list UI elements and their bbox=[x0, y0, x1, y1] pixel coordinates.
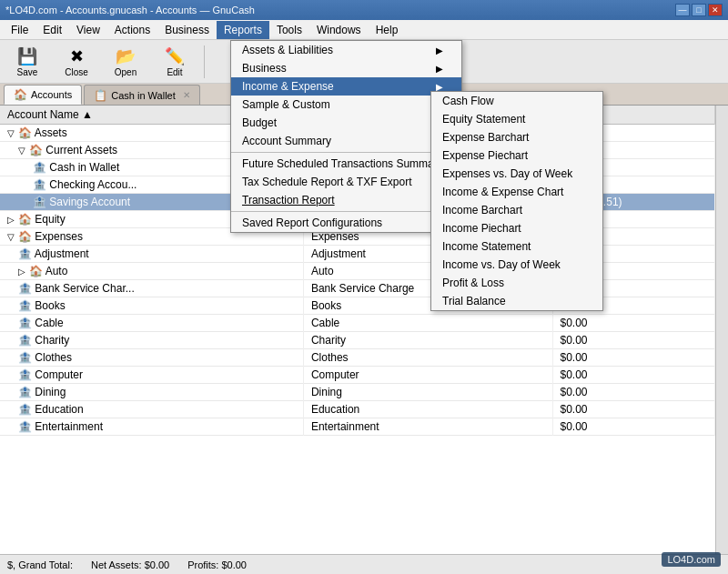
close-button[interactable]: ✖ Close bbox=[55, 44, 98, 80]
account-total: $0.00 bbox=[552, 384, 715, 401]
table-row[interactable]: 🏦 Computer Computer $0.00 bbox=[0, 367, 715, 384]
menu-windows[interactable]: Windows bbox=[309, 21, 369, 39]
scrollbar[interactable] bbox=[715, 106, 728, 554]
toolbar-separator bbox=[204, 45, 205, 78]
account-name: 🏦 Charity bbox=[0, 332, 303, 349]
accounts-tab-icon: 🏠 bbox=[14, 88, 27, 101]
menu-item-saved-reports[interactable]: Saved Report Configurations bbox=[231, 214, 461, 232]
account-name: 🏦 Dining bbox=[0, 384, 303, 401]
table-row[interactable]: 🏦 Cable Cable $0.00 bbox=[0, 315, 715, 332]
table-row[interactable]: 🏦 Books Books $0.00 bbox=[0, 297, 715, 315]
submenu-income-barchart[interactable]: Income Barchart bbox=[431, 201, 602, 219]
menu-item-assets-liabilities[interactable]: Assets & Liabilities▶ bbox=[231, 41, 461, 59]
submenu-trial-balance[interactable]: Trial Balance bbox=[431, 292, 602, 310]
close-label: Close bbox=[65, 67, 88, 77]
menu-edit[interactable]: Edit bbox=[35, 21, 69, 39]
title-text: *LO4D.com - Accounts.gnucash - Accounts … bbox=[5, 5, 675, 15]
income-expense-submenu[interactable]: Cash Flow Equity Statement Expense Barch… bbox=[430, 91, 603, 311]
menu-item-sample-custom[interactable]: Sample & Custom▶ bbox=[231, 96, 461, 114]
account-name: ▷🏠 Auto bbox=[0, 263, 303, 280]
submenu-income-statement[interactable]: Income Statement bbox=[431, 237, 602, 256]
grand-total-label: $, Grand Total: bbox=[7, 559, 73, 570]
account-name: 🏦 Entertainment bbox=[0, 418, 303, 436]
edit-label: Edit bbox=[167, 67, 182, 77]
titlebar: *LO4D.com - Accounts.gnucash - Accounts … bbox=[0, 0, 728, 20]
tab-accounts[interactable]: 🏠 Accounts bbox=[4, 85, 82, 105]
save-label: Save bbox=[17, 67, 38, 77]
account-desc: Clothes bbox=[303, 349, 552, 367]
account-total: $0.00 bbox=[552, 315, 715, 332]
account-desc: Charity bbox=[303, 332, 552, 349]
menu-item-transaction-report[interactable]: Transaction Report bbox=[231, 191, 461, 209]
table-row[interactable]: 🏦 Clothes Clothes $0.00 bbox=[0, 349, 715, 367]
reports-menu[interactable]: Assets & Liabilities▶ Business▶ Income &… bbox=[230, 40, 462, 233]
table-row[interactable]: 🏦 Education Education $0.00 bbox=[0, 401, 715, 418]
profits-label: Profits: $0.00 bbox=[187, 559, 247, 570]
menu-file[interactable]: File bbox=[4, 21, 35, 39]
menu-tools[interactable]: Tools bbox=[269, 21, 309, 39]
save-icon: 💾 bbox=[16, 46, 38, 67]
menu-separator bbox=[231, 152, 461, 153]
menu-item-tax-schedule[interactable]: Tax Schedule Report & TXF Export bbox=[231, 173, 461, 191]
account-desc: Computer bbox=[303, 367, 552, 384]
menu-business[interactable]: Business bbox=[157, 21, 217, 39]
table-row[interactable]: 🏦 Charity Charity $0.00 bbox=[0, 332, 715, 349]
open-icon: 📂 bbox=[115, 46, 136, 67]
edit-icon: ✏️ bbox=[164, 46, 186, 67]
cash-tab-label: Cash in Wallet bbox=[111, 90, 176, 101]
account-name: 🏦 Adjustment bbox=[0, 246, 303, 263]
menu-item-future-scheduled[interactable]: Future Scheduled Transactions Summary bbox=[231, 155, 461, 173]
tab-cash-in-wallet[interactable]: 📋 Cash in Wallet ✕ bbox=[84, 85, 200, 105]
account-total: $0.00 bbox=[552, 349, 715, 367]
table-row[interactable]: 🏦 Dining Dining $0.00 bbox=[0, 384, 715, 401]
statusbar: $, Grand Total: Net Assets: $0.00 Profit… bbox=[0, 554, 728, 574]
menu-view[interactable]: View bbox=[69, 21, 107, 39]
account-desc: Entertainment bbox=[303, 418, 552, 436]
submenu-expenses-day-of-week[interactable]: Expenses vs. Day of Week bbox=[431, 165, 602, 183]
menu-item-business[interactable]: Business▶ bbox=[231, 59, 461, 77]
account-desc: Dining bbox=[303, 384, 552, 401]
account-total: $0.00 bbox=[552, 401, 715, 418]
accounts-tab-label: Accounts bbox=[31, 89, 72, 100]
account-name: 🏦 Bank Service Char... bbox=[0, 280, 303, 297]
submenu-equity-statement[interactable]: Equity Statement bbox=[431, 110, 602, 128]
table-row[interactable]: ▷🏠 Auto Auto $0.00 bbox=[0, 263, 715, 280]
open-button[interactable]: 📂 Open bbox=[104, 44, 147, 80]
menu-help[interactable]: Help bbox=[369, 21, 406, 39]
account-name: 🏦 Books bbox=[0, 297, 303, 315]
menu-item-budget[interactable]: Budget▶ bbox=[231, 114, 461, 132]
account-total: $0.00 bbox=[552, 332, 715, 349]
submenu-income-vs-day-of-week[interactable]: Income vs. Day of Week bbox=[431, 256, 602, 274]
maximize-button[interactable]: □ bbox=[692, 4, 706, 16]
account-desc: Education bbox=[303, 401, 552, 418]
account-name: 🏦 Education bbox=[0, 401, 303, 418]
table-row[interactable]: 🏦 Bank Service Char... Bank Service Char… bbox=[0, 280, 715, 297]
menu-actions[interactable]: Actions bbox=[107, 21, 157, 39]
account-total: $0.00 bbox=[552, 367, 715, 384]
menu-item-account-summary[interactable]: Account Summary bbox=[231, 132, 461, 150]
edit-button[interactable]: ✏️ Edit bbox=[153, 44, 197, 80]
menubar: File Edit View Actions Business Reports … bbox=[0, 20, 728, 40]
net-assets-label: Net Assets: $0.00 bbox=[91, 559, 169, 570]
table-row[interactable]: 🏦 Entertainment Entertainment $0.00 bbox=[0, 418, 715, 436]
submenu-profit-loss[interactable]: Profit & Loss bbox=[431, 274, 602, 292]
submenu-expense-piechart[interactable]: Expense Piechart bbox=[431, 146, 602, 165]
menu-item-income-expense[interactable]: Income & Expense▶ bbox=[231, 77, 461, 96]
account-name: 🏦 Cable bbox=[0, 315, 303, 332]
account-total: $0.00 bbox=[552, 418, 715, 436]
account-name: 🏦 Computer bbox=[0, 367, 303, 384]
minimize-button[interactable]: — bbox=[675, 4, 690, 16]
submenu-income-expense-chart[interactable]: Income & Expense Chart bbox=[431, 183, 602, 201]
submenu-cash-flow[interactable]: Cash Flow bbox=[431, 92, 602, 110]
account-name: 🏦 Clothes bbox=[0, 349, 303, 367]
menu-separator-2 bbox=[231, 211, 461, 212]
close-tab-icon[interactable]: ✕ bbox=[183, 90, 190, 100]
submenu-income-piechart[interactable]: Income Piechart bbox=[431, 219, 602, 237]
table-row[interactable]: 🏦 Adjustment Adjustment $0.00 bbox=[0, 246, 715, 263]
menu-reports[interactable]: Reports bbox=[217, 21, 269, 39]
window-controls: — □ ✕ bbox=[675, 4, 723, 16]
close-button[interactable]: ✕ bbox=[708, 4, 723, 16]
submenu-expense-barchart[interactable]: Expense Barchart bbox=[431, 128, 602, 146]
close-icon: ✖ bbox=[66, 46, 87, 67]
save-button[interactable]: 💾 Save bbox=[5, 44, 49, 80]
